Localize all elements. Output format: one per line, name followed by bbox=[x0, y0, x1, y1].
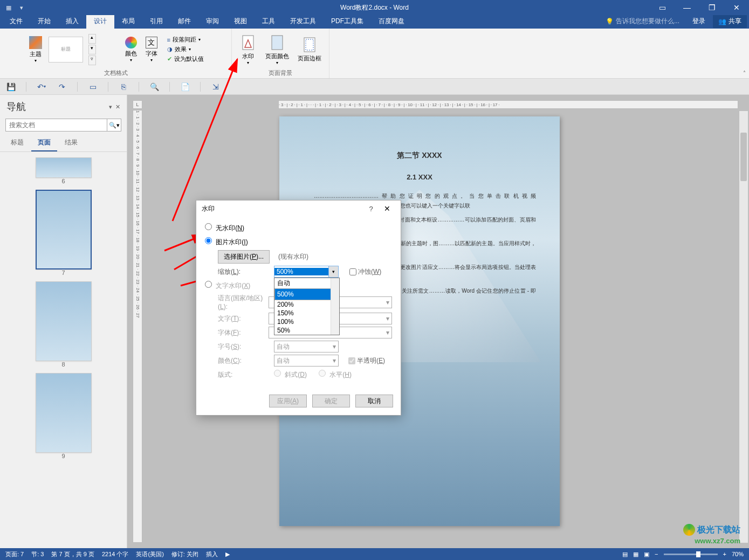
colors-button[interactable]: 颜色 ▾ bbox=[122, 36, 140, 64]
nav-tab-results[interactable]: 结果 bbox=[58, 135, 84, 151]
collapse-ribbon-icon[interactable]: ˄ bbox=[743, 70, 746, 76]
share-button[interactable]: 👥 共享 bbox=[713, 15, 747, 28]
page-thumb-7[interactable] bbox=[36, 190, 92, 269]
nav-search-input[interactable] bbox=[6, 119, 107, 131]
paragraph-spacing-button[interactable]: ≡段落间距 ▾ bbox=[165, 35, 206, 44]
set-default-button[interactable]: ✔设为默认值 bbox=[165, 54, 206, 64]
close-icon[interactable]: ✕ bbox=[724, 0, 749, 15]
tab-netdisk[interactable]: 百度网盘 bbox=[371, 14, 412, 29]
page-thumb-6[interactable] bbox=[36, 157, 92, 178]
tab-dev[interactable]: 开发工具 bbox=[283, 14, 324, 29]
page-thumb-9[interactable] bbox=[36, 373, 92, 453]
vertical-scrollbar[interactable] bbox=[739, 111, 748, 543]
view-web-icon[interactable]: ▣ bbox=[644, 551, 649, 558]
scale-option-500[interactable]: 500% bbox=[274, 288, 339, 300]
search-icon[interactable]: 🔍▾ bbox=[107, 119, 121, 131]
scale-option-100[interactable]: 100% bbox=[274, 317, 339, 326]
chevron-down-icon[interactable]: ▾ bbox=[328, 266, 338, 277]
scrollbar-thumb[interactable] bbox=[740, 133, 747, 181]
dropdown-scrollbar[interactable] bbox=[331, 278, 339, 335]
scale-option-50[interactable]: 50% bbox=[274, 326, 339, 335]
page-border-button[interactable]: 页面边框 bbox=[294, 35, 325, 64]
qat-icon-5[interactable]: ⇲ bbox=[210, 81, 221, 92]
scale-option-auto[interactable]: 自动 bbox=[274, 278, 339, 288]
zoom-slider[interactable] bbox=[664, 554, 718, 555]
nav-tab-headings[interactable]: 标题 bbox=[4, 135, 30, 151]
down-caret-icon[interactable]: ▾ bbox=[17, 3, 26, 12]
tab-review[interactable]: 审阅 bbox=[198, 14, 226, 29]
tab-pdf[interactable]: PDF工具集 bbox=[324, 14, 371, 29]
ribbon-display-icon[interactable]: ▭ bbox=[650, 0, 675, 15]
login-button[interactable]: 登录 bbox=[687, 14, 711, 29]
vertical-ruler[interactable]: 1 · 1 · 2 · 3 · 4 · 5 · 6 · 7 · 8 · 9 · … bbox=[133, 110, 142, 543]
style-set-thumb[interactable]: 标题 bbox=[49, 37, 83, 63]
scale-option-200[interactable]: 200% bbox=[274, 300, 339, 309]
view-print-icon[interactable]: ▦ bbox=[633, 551, 638, 558]
zoom-in-icon[interactable]: + bbox=[723, 551, 726, 557]
apply-button[interactable]: 应用(A) bbox=[269, 395, 307, 407]
nav-close-icon[interactable]: ✕ bbox=[115, 103, 120, 110]
zoom-level[interactable]: 70% bbox=[732, 551, 744, 557]
scale-option-150[interactable]: 150% bbox=[274, 309, 339, 317]
styleset-down-icon[interactable]: ▾ bbox=[88, 45, 96, 54]
radio-picture-watermark[interactable]: 图片水印(I) bbox=[205, 237, 248, 247]
status-page-of[interactable]: 第 7 页，共 9 页 bbox=[51, 550, 94, 558]
radio-text-watermark[interactable]: 文字水印(X) bbox=[205, 281, 250, 291]
view-read-icon[interactable]: ▤ bbox=[622, 551, 628, 558]
zoom-slider-knob[interactable] bbox=[696, 551, 700, 557]
status-language[interactable]: 英语(美国) bbox=[136, 550, 163, 558]
themes-button[interactable]: 主题 ▾ bbox=[26, 35, 45, 64]
undo-icon[interactable]: ↶ ▾ bbox=[36, 81, 47, 92]
ok-button[interactable]: 确定 bbox=[312, 395, 350, 407]
nav-dropdown-icon[interactable]: ▾ bbox=[109, 103, 112, 110]
tab-stop-selector[interactable]: L bbox=[133, 100, 142, 109]
washout-checkbox[interactable]: 冲蚀(W) bbox=[349, 267, 381, 276]
tab-file[interactable]: 文件 bbox=[2, 14, 30, 29]
status-track-changes[interactable]: 修订: 关闭 bbox=[171, 550, 198, 558]
tab-mailings[interactable]: 邮件 bbox=[170, 14, 198, 29]
select-picture-button[interactable]: 选择图片(P)... bbox=[218, 250, 270, 264]
nav-tab-pages[interactable]: 页面 bbox=[31, 135, 57, 151]
minimize-icon[interactable]: — bbox=[675, 0, 699, 15]
status-section[interactable]: 节: 3 bbox=[31, 550, 44, 558]
thumb-num-6: 6 bbox=[36, 178, 92, 184]
status-macro-icon[interactable]: ▶ bbox=[225, 551, 230, 558]
tab-layout[interactable]: 布局 bbox=[114, 14, 142, 29]
styleset-up-icon[interactable]: ▴ bbox=[88, 34, 96, 44]
tab-references[interactable]: 引用 bbox=[142, 14, 170, 29]
fonts-button[interactable]: 文 字体 ▾ bbox=[142, 36, 161, 64]
tab-tools[interactable]: 工具 bbox=[255, 14, 283, 29]
dialog-titlebar[interactable]: 水印 ? ✕ bbox=[196, 201, 401, 217]
status-word-count[interactable]: 2214 个字 bbox=[102, 550, 129, 558]
tab-insert[interactable]: 插入 bbox=[58, 14, 86, 29]
tab-home[interactable]: 开始 bbox=[30, 14, 58, 29]
qat-icon-1[interactable]: ▭ bbox=[87, 81, 98, 92]
page-thumb-8[interactable] bbox=[36, 281, 92, 361]
tab-view[interactable]: 视图 bbox=[226, 14, 255, 29]
scale-combobox[interactable]: 500% ▾ 自动 500% 200% 150% 100% 50% bbox=[274, 266, 339, 278]
dialog-help-icon[interactable]: ? bbox=[363, 205, 379, 213]
status-insert-mode[interactable]: 插入 bbox=[206, 550, 218, 558]
language-label: 语言(国家/地区)(L): bbox=[218, 294, 265, 310]
cancel-button[interactable]: 取消 bbox=[355, 395, 393, 407]
watermark-button[interactable]: 水印 ▾ bbox=[236, 33, 260, 66]
size-label: 字号(S): bbox=[218, 342, 271, 351]
page-color-button[interactable]: 页面颜色 ▾ bbox=[262, 33, 292, 66]
tell-me-search[interactable]: 💡 告诉我您想要做什么... bbox=[600, 14, 685, 29]
styleset-more-icon[interactable]: ▿ bbox=[88, 56, 96, 65]
quick-access-bar: 💾 ↶ ▾ ↷ ▭ ⎘ 🔍 📄 ⇲ bbox=[0, 79, 749, 95]
restore-icon[interactable]: ❐ bbox=[699, 0, 724, 15]
zoom-out-icon[interactable]: − bbox=[655, 551, 658, 557]
effects-button[interactable]: ◑效果 ▾ bbox=[165, 45, 206, 54]
dialog-close-icon[interactable]: ✕ bbox=[379, 204, 395, 213]
save-icon[interactable]: 💾 bbox=[5, 81, 16, 92]
qat-icon-3[interactable]: 🔍 bbox=[149, 81, 160, 92]
qat-icon-2[interactable]: ⎘ bbox=[118, 81, 129, 92]
radio-no-watermark[interactable]: 无水印(N) bbox=[205, 223, 244, 233]
nav-search-box[interactable]: 🔍▾ bbox=[5, 119, 121, 132]
redo-icon[interactable]: ↷ bbox=[57, 81, 67, 92]
status-page[interactable]: 页面: 7 bbox=[5, 550, 24, 558]
horizontal-ruler[interactable]: · 3 · | · 2 · | · 1 · | · · · | · 1 · | … bbox=[278, 100, 738, 109]
tab-design[interactable]: 设计 bbox=[86, 14, 114, 29]
qat-icon-4[interactable]: 📄 bbox=[180, 81, 190, 92]
